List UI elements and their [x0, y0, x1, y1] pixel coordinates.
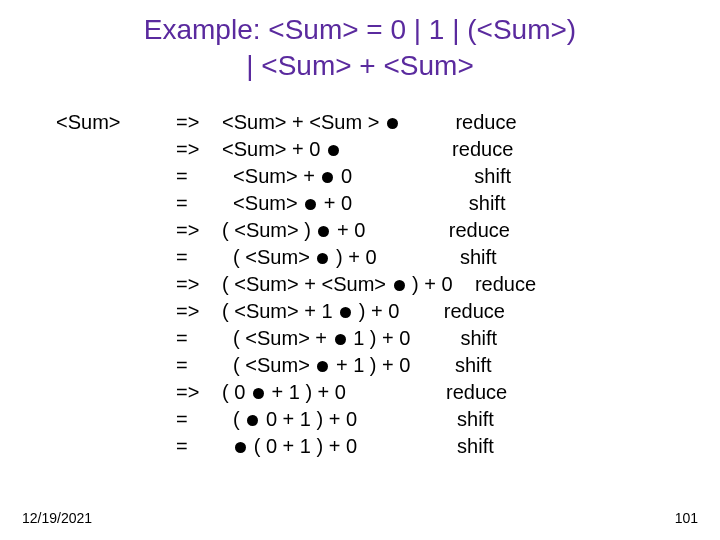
step-action: shift [460, 246, 497, 268]
derivation-op: => [176, 217, 222, 244]
derivation-lhs [56, 298, 176, 325]
marker-dot-icon [318, 226, 329, 237]
derivation-step: <Sum> + 0 shift [222, 190, 720, 217]
derivation-lhs [56, 271, 176, 298]
step-padding [357, 435, 457, 457]
derivation-op: => [176, 298, 222, 325]
derivation-step: <Sum> + 0 shift [222, 163, 720, 190]
step-action: reduce [452, 138, 513, 160]
marker-dot-icon [253, 388, 264, 399]
step-pre: ( <Sum> + 1 [222, 300, 338, 322]
derivation-lhs: <Sum> [56, 109, 176, 136]
derivation-lhs [56, 325, 176, 352]
derivation-op: = [176, 163, 222, 190]
derivation-step: ( 0 + 1 ) + 0 shift [222, 406, 720, 433]
step-action: shift [460, 327, 497, 349]
derivation-op: = [176, 433, 222, 460]
step-post: ) + 0 [330, 246, 376, 268]
derivation-step: ( 0 + 1 ) + 0 shift [222, 433, 720, 460]
derivation-lhs [56, 244, 176, 271]
derivation-step: <Sum> + <Sum > reduce [222, 109, 720, 136]
step-post: + 0 [331, 219, 365, 241]
derivation-lhs [56, 352, 176, 379]
derivation-lhs [56, 379, 176, 406]
step-padding [352, 165, 474, 187]
step-padding [453, 273, 475, 295]
step-post: + 0 [318, 192, 352, 214]
step-pre: <Sum> + [222, 165, 320, 187]
step-action: reduce [455, 111, 516, 133]
step-pre: <Sum> + <Sum > [222, 111, 385, 133]
derivation-op: = [176, 325, 222, 352]
derivation-op: => [176, 109, 222, 136]
step-post: + 1 ) + 0 [266, 381, 346, 403]
marker-dot-icon [394, 280, 405, 291]
marker-dot-icon [317, 361, 328, 372]
derivation-op: = [176, 406, 222, 433]
step-action: shift [457, 408, 494, 430]
derivation-step: ( <Sum> ) + 0 shift [222, 244, 720, 271]
step-pre: ( <Sum> ) [222, 219, 316, 241]
marker-dot-icon [335, 334, 346, 345]
marker-dot-icon [247, 415, 258, 426]
step-post: ) + 0 [407, 273, 453, 295]
step-action: reduce [444, 300, 505, 322]
step-pre [222, 435, 233, 457]
step-action: shift [474, 165, 511, 187]
step-pre: ( <Sum> + [222, 327, 333, 349]
derivation-step: ( <Sum> + <Sum> ) + 0 reduce [222, 271, 720, 298]
step-padding [346, 381, 446, 403]
marker-dot-icon [328, 145, 339, 156]
slide-title: Example: <Sum> = 0 | 1 | (<Sum>) | <Sum>… [0, 0, 720, 85]
marker-dot-icon [305, 199, 316, 210]
derivation-lhs [56, 217, 176, 244]
derivation-lhs [56, 406, 176, 433]
step-padding [357, 408, 457, 430]
step-post: 0 + 1 ) + 0 [260, 408, 357, 430]
step-pre: ( <Sum> [222, 354, 315, 376]
derivation-block: <Sum>=><Sum> + <Sum > reduce=><Sum> + 0 … [0, 85, 720, 460]
derivation-op: = [176, 190, 222, 217]
step-pre: ( <Sum> [222, 246, 315, 268]
step-action: reduce [449, 219, 510, 241]
step-post: 1 ) + 0 [348, 327, 411, 349]
derivation-step: ( <Sum> + 1 ) + 0 shift [222, 352, 720, 379]
step-padding [400, 111, 456, 133]
step-pre: ( 0 [222, 381, 251, 403]
step-padding [365, 219, 448, 241]
title-line-2: | <Sum> + <Sum> [0, 48, 720, 84]
step-padding [399, 300, 443, 322]
derivation-lhs [56, 433, 176, 460]
step-padding [352, 192, 469, 214]
step-post: ( 0 + 1 ) + 0 [248, 435, 357, 457]
step-action: reduce [446, 381, 507, 403]
derivation-lhs [56, 163, 176, 190]
derivation-step: ( <Sum> + 1 ) + 0 reduce [222, 298, 720, 325]
step-pre: ( <Sum> + <Sum> [222, 273, 392, 295]
step-post: ) + 0 [353, 300, 399, 322]
derivation-step: ( <Sum> ) + 0 reduce [222, 217, 720, 244]
derivation-step: ( <Sum> + 1 ) + 0 shift [222, 325, 720, 352]
derivation-lhs [56, 136, 176, 163]
marker-dot-icon [322, 172, 333, 183]
step-action: shift [455, 354, 492, 376]
derivation-op: = [176, 244, 222, 271]
step-padding [410, 327, 460, 349]
derivation-lhs [56, 190, 176, 217]
step-action: reduce [475, 273, 536, 295]
step-padding [410, 354, 454, 376]
footer-date: 12/19/2021 [22, 510, 92, 526]
derivation-step: <Sum> + 0 reduce [222, 136, 720, 163]
step-pre: ( [222, 408, 245, 430]
derivation-op: => [176, 379, 222, 406]
derivation-step: ( 0 + 1 ) + 0 reduce [222, 379, 720, 406]
derivation-op: = [176, 352, 222, 379]
step-pre: <Sum> + 0 [222, 138, 326, 160]
step-padding [377, 246, 460, 268]
marker-dot-icon [340, 307, 351, 318]
step-post: 0 [335, 165, 352, 187]
step-padding [341, 138, 452, 160]
footer-page: 101 [675, 510, 698, 526]
step-action: shift [457, 435, 494, 457]
derivation-op: => [176, 271, 222, 298]
